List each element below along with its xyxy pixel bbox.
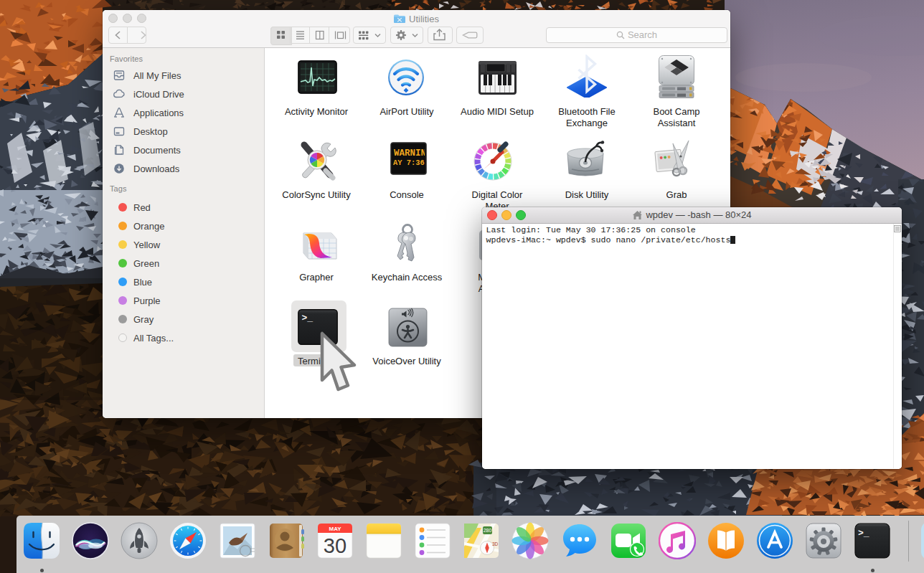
- svg-text:3D: 3D: [492, 541, 499, 546]
- svg-text:AY 7:36: AY 7:36: [393, 158, 425, 167]
- svg-text:30: 30: [324, 534, 346, 557]
- svg-text:>_: >_: [302, 313, 314, 323]
- svg-text:MAY: MAY: [329, 526, 341, 532]
- svg-text:>_: >_: [858, 528, 869, 539]
- svg-text:280: 280: [484, 528, 492, 533]
- svg-text:WARNIN: WARNIN: [394, 148, 426, 158]
